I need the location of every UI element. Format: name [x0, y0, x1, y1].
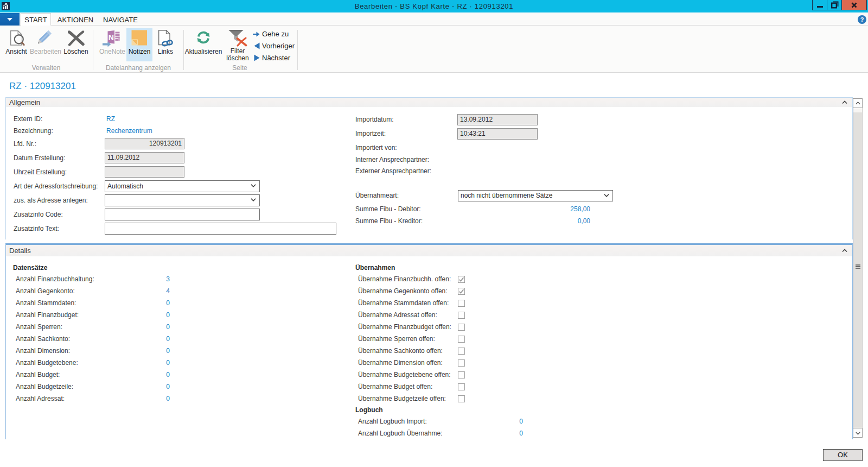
svg-text:N: N [108, 33, 114, 42]
